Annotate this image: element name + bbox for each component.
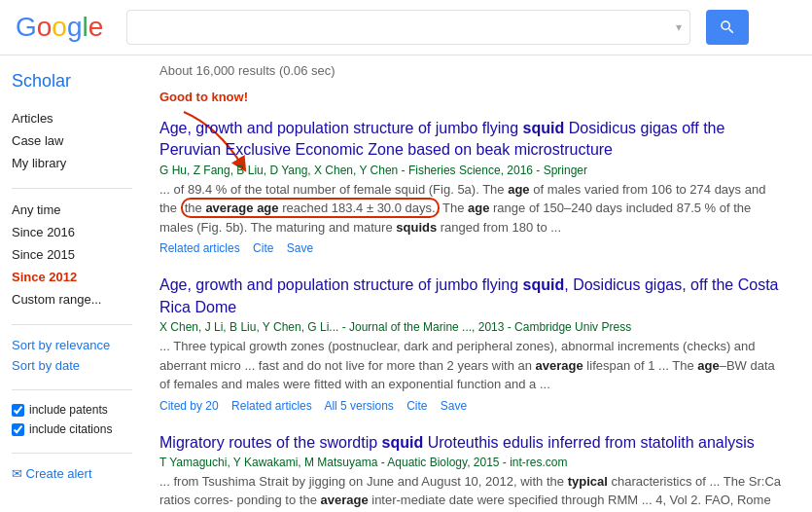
main-layout: Scholar Articles Case law My library Any…: [0, 55, 812, 512]
result-1-author-hu[interactable]: G Hu: [159, 164, 187, 177]
sort-by-date[interactable]: Sort by date: [12, 355, 132, 376]
sidebar-time-2016[interactable]: Since 2016: [12, 221, 132, 243]
sort-by-relevance[interactable]: Sort by relevance: [12, 335, 132, 355]
result-1-snippet: ... of 89.4 % of the total number of fem…: [159, 180, 782, 238]
include-patents-checkbox[interactable]: include patents: [12, 400, 132, 420]
sidebar-divider-1: [12, 188, 132, 189]
sidebar-time-2015[interactable]: Since 2015: [12, 243, 132, 266]
sidebar-item-caselaw[interactable]: Case law: [12, 129, 132, 152]
result-1-related-articles[interactable]: Related articles: [159, 241, 240, 255]
result-2-save[interactable]: Save: [441, 399, 467, 413]
result-1-authors: G Hu, Z Fang, B Liu, D Yang, X Chen, Y C…: [159, 164, 782, 177]
result-2-snippet: ... Three typical growth zones (postnucl…: [159, 337, 782, 394]
result-3-title: Migratory routes of the swordtip squid U…: [159, 432, 782, 454]
scholar-label: Scholar: [12, 71, 132, 91]
search-icon: [719, 18, 736, 36]
result-2-title-link[interactable]: Age, growth and population structure of …: [159, 276, 779, 314]
sidebar-item-mylibrary[interactable]: My library: [12, 152, 132, 174]
result-2-all-versions[interactable]: All 5 versions: [324, 399, 393, 413]
sidebar: Scholar Articles Case law My library Any…: [0, 55, 144, 512]
result-1-author-fang[interactable]: Z Fang: [194, 164, 230, 177]
sidebar-divider-3: [12, 389, 132, 390]
results-panel: About 16,000 results (0.06 sec) Good to …: [144, 55, 812, 512]
result-2-cite[interactable]: Cite: [406, 399, 427, 413]
result-1-title: Age, growth and population structure of …: [159, 118, 782, 162]
search-dropdown-icon[interactable]: ▾: [676, 20, 682, 34]
result-2-title: Age, growth and population structure of …: [159, 274, 782, 318]
include-citations-checkbox[interactable]: include citations: [12, 420, 132, 439]
sidebar-time-anytime[interactable]: Any time: [12, 199, 132, 221]
result-3-authors: T Yamaguchi, Y Kawakami, M Matsuyama - A…: [159, 456, 782, 469]
create-alert-link[interactable]: ✉ Create alert: [12, 463, 132, 484]
result-1-save[interactable]: Save: [287, 241, 313, 255]
result-1-actions: Related articles Cite Save: [159, 241, 782, 255]
sidebar-time-2012[interactable]: Since 2012: [12, 266, 132, 288]
result-1-author-chen[interactable]: X Chen: [314, 164, 353, 177]
results-count: About 16,000 results (0.06 sec): [159, 63, 796, 78]
highlight-average-age: the average age reached 183.4 ± 30.0 day…: [181, 198, 440, 218]
sidebar-time-custom[interactable]: Custom range...: [12, 288, 132, 311]
result-item-2: Age, growth and population structure of …: [159, 274, 782, 412]
result-1-author-yang[interactable]: D Yang: [269, 164, 307, 177]
checkbox-section: include patents include citations: [12, 400, 132, 439]
result-2-related-articles[interactable]: Related articles: [231, 399, 312, 413]
result-item-3: Migratory routes of the swordtip squid U…: [159, 432, 782, 512]
result-2-author-xchen[interactable]: X Chen: [159, 320, 198, 334]
search-type-section: Articles Case law My library: [12, 107, 132, 174]
result-1-title-link[interactable]: Age, growth and population structure of …: [159, 120, 724, 158]
result-3-snippet: ... from Tsushima Strait by jigging on J…: [159, 472, 782, 512]
search-box[interactable]: average age of squids ▾: [126, 10, 690, 45]
result-1-cite[interactable]: Cite: [253, 241, 273, 255]
results-count-text: About 16,000 results: [159, 63, 275, 78]
sidebar-item-articles[interactable]: Articles: [12, 107, 132, 129]
results-time: (0.06 sec): [279, 63, 335, 78]
google-logo: Google: [16, 12, 103, 43]
result-2-cited-by[interactable]: Cited by 20: [159, 399, 219, 413]
sidebar-divider-4: [12, 453, 132, 454]
header: Google average age of squids ▾: [0, 0, 812, 55]
search-input[interactable]: average age of squids: [135, 18, 672, 36]
result-2-authors: X Chen, J Li, B Liu, Y Chen, G Li... - J…: [159, 320, 782, 334]
time-filter-section: Any time Since 2016 Since 2015 Since 201…: [12, 199, 132, 311]
result-item-1: Age, growth and population structure of …: [159, 118, 782, 255]
search-button[interactable]: [706, 10, 749, 45]
sidebar-divider-2: [12, 324, 132, 325]
good-to-know-label: Good to know!: [159, 90, 248, 104]
result-2-actions: Cited by 20 Related articles All 5 versi…: [159, 399, 782, 413]
sort-section: Sort by relevance Sort by date: [12, 335, 132, 376]
result-3-title-link[interactable]: Migratory routes of the swordtip squid U…: [159, 434, 755, 451]
annotation-area: Good to know!: [159, 90, 248, 112]
